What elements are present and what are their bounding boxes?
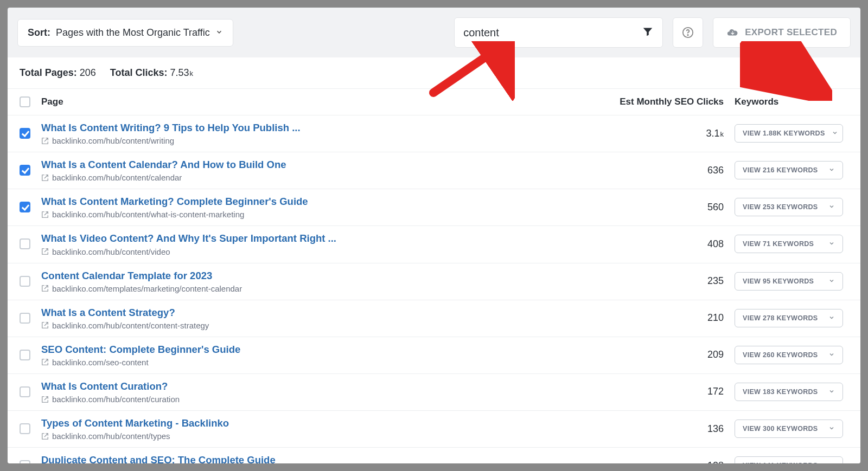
table-row: What Is a Content Strategy?backlinko.com…: [8, 300, 860, 337]
help-button[interactable]: [673, 17, 703, 48]
total-pages: Total Pages: 206: [20, 67, 96, 79]
clicks-value: 136: [604, 423, 724, 435]
filter-icon[interactable]: [642, 25, 654, 40]
row-checkbox[interactable]: [20, 423, 30, 434]
clicks-value: 408: [604, 238, 724, 250]
sort-dropdown[interactable]: Sort: Pages with the Most Organic Traffi…: [17, 19, 233, 47]
clicks-value: 210: [604, 312, 724, 324]
row-checkbox[interactable]: [20, 386, 30, 397]
view-keywords-button[interactable]: VIEW 71 KEYWORDS: [735, 235, 843, 253]
page-url[interactable]: backlinko.com/hub/content/curation: [41, 395, 604, 404]
page-title-link[interactable]: What Is a Content Calendar? And How to B…: [41, 158, 604, 171]
view-keywords-button[interactable]: VIEW 1.88K KEYWORDS: [735, 124, 843, 143]
page-url[interactable]: backlinko.com/seo-content: [41, 358, 604, 367]
table-row: SEO Content: Complete Beginner's Guideba…: [8, 337, 860, 374]
clicks-value: 172: [604, 386, 724, 397]
page-url[interactable]: backlinko.com/hub/content/video: [41, 247, 604, 256]
select-all-checkbox[interactable]: [20, 96, 30, 107]
clicks-value: 3.1k: [604, 128, 724, 139]
page-title-link[interactable]: Types of Content Marketing - Backlinko: [41, 417, 604, 429]
row-checkbox[interactable]: [20, 313, 30, 324]
chevron-down-icon: [828, 424, 835, 433]
external-link-icon: [41, 321, 49, 329]
sort-label: Sort:: [28, 27, 50, 38]
page-title-link[interactable]: What Is a Content Strategy?: [41, 306, 604, 319]
chevron-down-icon: [828, 461, 835, 463]
view-keywords-button[interactable]: VIEW 141 KEYWORDS: [735, 456, 843, 463]
view-keywords-button[interactable]: VIEW 300 KEYWORDS: [735, 420, 843, 438]
view-keywords-button[interactable]: VIEW 278 KEYWORDS: [735, 309, 843, 327]
row-checkbox[interactable]: [20, 460, 30, 463]
search-box[interactable]: [454, 17, 663, 48]
page-url[interactable]: backlinko.com/hub/content/types: [41, 431, 604, 441]
page-title-link[interactable]: Duplicate Content and SEO: The Complete …: [41, 454, 604, 463]
app-frame: Sort: Pages with the Most Organic Traffi…: [8, 8, 860, 463]
column-header-page[interactable]: Page: [41, 96, 604, 107]
row-checkbox[interactable]: [20, 350, 30, 360]
chevron-down-icon: [828, 166, 835, 175]
chevron-down-icon: [832, 129, 838, 138]
view-keywords-button[interactable]: VIEW 260 KEYWORDS: [735, 346, 843, 364]
chevron-down-icon: [828, 314, 835, 322]
clicks-value: 209: [604, 349, 724, 360]
external-link-icon: [41, 358, 49, 366]
chevron-down-icon: [828, 240, 835, 248]
table-row: Types of Content Marketing - Backlinkoba…: [8, 411, 860, 448]
chevron-down-icon: [828, 277, 835, 286]
page-title-link[interactable]: What Is Content Curation?: [41, 380, 604, 392]
search-input[interactable]: [463, 27, 642, 39]
page-title-link[interactable]: What Is Content Marketing? Complete Begi…: [41, 195, 604, 208]
chevron-down-icon: [215, 27, 223, 38]
clicks-value: 636: [604, 165, 724, 176]
external-link-icon: [41, 285, 49, 292]
page-title-link[interactable]: SEO Content: Complete Beginner's Guide: [41, 343, 604, 356]
row-checkbox[interactable]: [20, 202, 30, 212]
table-body: What Is Content Writing? 9 Tips to Help …: [8, 115, 860, 463]
external-link-icon: [41, 174, 49, 182]
total-clicks: Total Clicks: 7.53k: [110, 67, 193, 79]
page-url[interactable]: backlinko.com/hub/content/writing: [41, 136, 604, 145]
external-link-icon: [41, 433, 49, 440]
row-checkbox[interactable]: [20, 128, 30, 139]
page-title-link[interactable]: What Is Video Content? And Why It's Supe…: [41, 232, 604, 244]
table-row: What Is a Content Calendar? And How to B…: [8, 152, 860, 189]
row-checkbox[interactable]: [20, 165, 30, 176]
table-header-row: Page Est Monthly SEO Clicks Keywords: [8, 88, 860, 115]
external-link-icon: [41, 396, 49, 403]
sort-value: Pages with the Most Organic Traffic: [56, 27, 210, 38]
view-keywords-button[interactable]: VIEW 216 KEYWORDS: [735, 161, 843, 179]
chevron-down-icon: [828, 351, 835, 359]
table-row: What Is Content Curation?backlinko.com/h…: [8, 374, 860, 411]
page-url[interactable]: backlinko.com/hub/content/what-is-conten…: [41, 210, 604, 219]
page-url[interactable]: backlinko.com/templates/marketing/conten…: [41, 284, 604, 293]
table-row: What Is Video Content? And Why It's Supe…: [8, 226, 860, 263]
content-panel: Total Pages: 206 Total Clicks: 7.53k Pag…: [8, 57, 860, 463]
table-row: Duplicate Content and SEO: The Complete …: [8, 448, 860, 463]
svg-point-1: [687, 35, 688, 35]
table-row: What Is Content Marketing? Complete Begi…: [8, 189, 860, 226]
page-title-link[interactable]: Content Calendar Template for 2023: [41, 269, 604, 282]
column-header-keywords[interactable]: Keywords: [735, 96, 848, 107]
row-checkbox[interactable]: [20, 238, 30, 249]
clicks-value: 235: [604, 275, 724, 287]
page-url[interactable]: backlinko.com/hub/content/calendar: [41, 173, 604, 182]
clicks-value: 128: [604, 460, 724, 463]
page-url[interactable]: backlinko.com/hub/content/content-strate…: [41, 321, 604, 330]
column-header-clicks[interactable]: Est Monthly SEO Clicks: [604, 96, 735, 107]
table-row: What Is Content Writing? 9 Tips to Help …: [8, 115, 860, 152]
external-link-icon: [41, 248, 49, 255]
table-row: Content Calendar Template for 2023backli…: [8, 263, 860, 300]
export-label: EXPORT SELECTED: [745, 27, 837, 38]
totals-bar: Total Pages: 206 Total Clicks: 7.53k: [8, 57, 860, 88]
top-toolbar: Sort: Pages with the Most Organic Traffi…: [8, 8, 860, 57]
external-link-icon: [41, 211, 49, 218]
chevron-down-icon: [828, 203, 835, 211]
export-selected-button[interactable]: EXPORT SELECTED: [713, 17, 851, 48]
row-checkbox[interactable]: [20, 276, 30, 287]
view-keywords-button[interactable]: VIEW 183 KEYWORDS: [735, 383, 843, 401]
page-title-link[interactable]: What Is Content Writing? 9 Tips to Help …: [41, 121, 604, 134]
view-keywords-button[interactable]: VIEW 253 KEYWORDS: [735, 198, 843, 216]
cloud-download-icon: [726, 27, 738, 38]
clicks-value: 560: [604, 202, 724, 213]
view-keywords-button[interactable]: VIEW 95 KEYWORDS: [735, 272, 843, 291]
